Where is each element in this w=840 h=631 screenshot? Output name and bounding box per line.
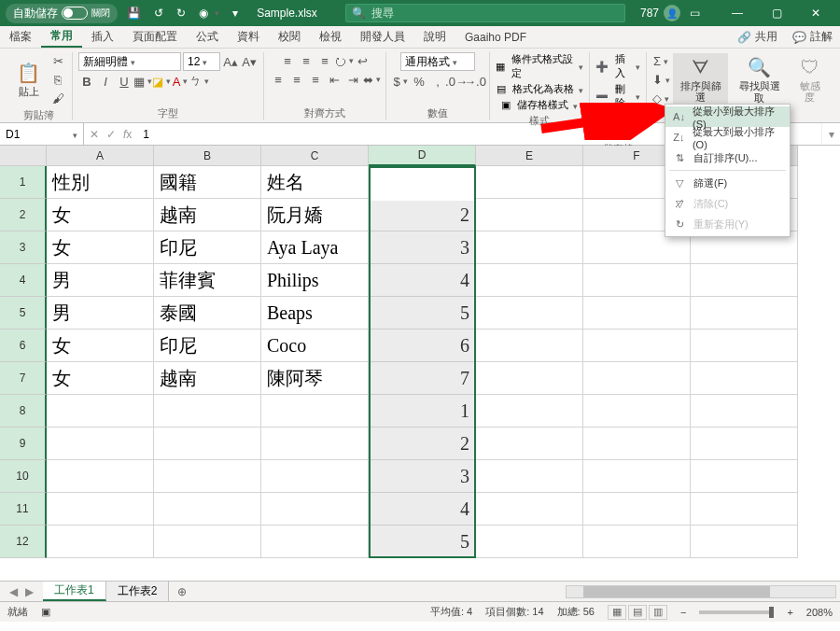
cell[interactable]: [47, 428, 154, 460]
col-head-a[interactable]: A: [47, 146, 154, 166]
cell[interactable]: 男: [47, 264, 154, 297]
horizontal-scrollbar[interactable]: [566, 585, 836, 598]
cell[interactable]: [476, 297, 583, 330]
cell[interactable]: [476, 395, 583, 428]
cell[interactable]: 姓名: [261, 166, 369, 199]
cell[interactable]: [691, 330, 798, 362]
cell[interactable]: 2: [369, 199, 476, 231]
cell[interactable]: [261, 526, 369, 558]
col-head-e[interactable]: E: [476, 146, 583, 166]
cut-icon[interactable]: ✂: [49, 52, 66, 69]
macro-record-icon[interactable]: ▣: [41, 606, 50, 618]
cell[interactable]: 女: [47, 231, 154, 264]
cell[interactable]: [476, 330, 583, 362]
qat-more-icon[interactable]: ▾: [229, 5, 242, 21]
zoom-out-icon[interactable]: −: [680, 607, 686, 618]
zoom-slider[interactable]: [699, 610, 774, 614]
share-button[interactable]: 🔗共用: [730, 26, 785, 48]
cell[interactable]: [583, 526, 691, 558]
tab-file[interactable]: 檔案: [0, 26, 41, 48]
row-head[interactable]: 7: [0, 362, 47, 395]
cell[interactable]: [154, 493, 261, 526]
row-head[interactable]: 2: [0, 199, 47, 231]
align-right-icon[interactable]: ≡: [307, 71, 324, 88]
cell[interactable]: [47, 395, 154, 428]
cell[interactable]: [691, 428, 798, 460]
phonetic-icon[interactable]: ㄅ: [190, 73, 207, 90]
cell[interactable]: [476, 264, 583, 297]
row-head[interactable]: 5: [0, 297, 47, 330]
row-head[interactable]: 8: [0, 395, 47, 428]
font-color-icon[interactable]: A: [172, 73, 189, 90]
bold-icon[interactable]: B: [78, 73, 95, 90]
cell[interactable]: 越南: [154, 199, 261, 231]
tab-help[interactable]: 說明: [414, 26, 455, 48]
cell[interactable]: [261, 493, 369, 526]
cell[interactable]: [476, 526, 583, 558]
cell[interactable]: 女: [47, 199, 154, 231]
cell[interactable]: [261, 395, 369, 428]
cell[interactable]: 國籍: [154, 166, 261, 199]
wrap-text-icon[interactable]: ↩: [354, 52, 371, 69]
delete-cells-button[interactable]: ➖ 刪除: [595, 82, 640, 110]
format-as-table-button[interactable]: ▤ 格式化為表格: [497, 82, 583, 96]
cell[interactable]: 3: [369, 231, 476, 264]
tab-developer[interactable]: 開發人員: [351, 26, 414, 48]
conditional-format-button[interactable]: ▦ 條件式格式設定: [496, 52, 583, 80]
tab-insert[interactable]: 插入: [82, 26, 123, 48]
cell[interactable]: [583, 395, 691, 428]
tab-home[interactable]: 常用: [41, 26, 82, 48]
row-head[interactable]: 1: [0, 166, 47, 199]
border-icon[interactable]: ▦: [134, 73, 151, 90]
row-head[interactable]: 3: [0, 231, 47, 264]
cell[interactable]: [691, 362, 798, 395]
tab-view[interactable]: 檢視: [310, 26, 351, 48]
undo-icon[interactable]: ↺: [150, 5, 167, 21]
cell[interactable]: 陳阿琴: [261, 362, 369, 395]
indent-inc-icon[interactable]: ⇥: [344, 71, 361, 88]
cell[interactable]: 女: [47, 330, 154, 362]
sheet-tab-1[interactable]: 工作表1: [43, 582, 106, 601]
minimize-button[interactable]: —: [719, 0, 756, 26]
cell[interactable]: [47, 526, 154, 558]
cell[interactable]: 2: [369, 428, 476, 460]
inc-decimal-icon[interactable]: .0→: [448, 73, 465, 90]
comment-button[interactable]: 💬註解: [785, 26, 840, 48]
cell[interactable]: 6: [369, 330, 476, 362]
cell[interactable]: [583, 428, 691, 460]
cell[interactable]: 女: [47, 362, 154, 395]
cell[interactable]: 印尼: [154, 330, 261, 362]
zoom-value[interactable]: 208%: [806, 607, 833, 618]
filter-item[interactable]: ▽ 篩選(F): [665, 173, 790, 193]
sort-desc-item[interactable]: Z↓ 從最大到最小排序(O): [665, 127, 790, 147]
sheet-nav-prev-icon[interactable]: ◀: [9, 585, 18, 598]
view-normal-icon[interactable]: ▦: [608, 605, 626, 620]
cell[interactable]: 男: [47, 297, 154, 330]
cell[interactable]: Philips: [261, 264, 369, 297]
add-sheet-button[interactable]: ⊕: [169, 582, 195, 601]
align-left-icon[interactable]: ≡: [270, 71, 287, 88]
row-head[interactable]: 10: [0, 460, 47, 493]
custom-sort-item[interactable]: ⇅ 自訂排序(U)...: [665, 147, 790, 168]
row-head[interactable]: 11: [0, 493, 47, 526]
fill-color-icon[interactable]: ◪: [153, 73, 170, 90]
tab-review[interactable]: 校閱: [269, 26, 310, 48]
cell[interactable]: [476, 493, 583, 526]
cell[interactable]: [691, 395, 798, 428]
col-head-b[interactable]: B: [154, 146, 261, 166]
currency-icon[interactable]: $: [392, 73, 409, 90]
select-all-corner[interactable]: [0, 146, 47, 166]
cell[interactable]: [583, 264, 691, 297]
cell[interactable]: [47, 493, 154, 526]
cell[interactable]: 7: [369, 362, 476, 395]
cell[interactable]: 泰國: [154, 297, 261, 330]
row-head[interactable]: 4: [0, 264, 47, 297]
cell[interactable]: 1: [369, 166, 476, 199]
cell[interactable]: [691, 297, 798, 330]
col-head-d[interactable]: D: [369, 146, 476, 166]
copy-icon[interactable]: ⎘: [49, 71, 66, 88]
fill-icon[interactable]: ⬇: [652, 72, 669, 89]
cell[interactable]: [476, 362, 583, 395]
cell[interactable]: [691, 460, 798, 493]
cell[interactable]: [476, 166, 583, 199]
